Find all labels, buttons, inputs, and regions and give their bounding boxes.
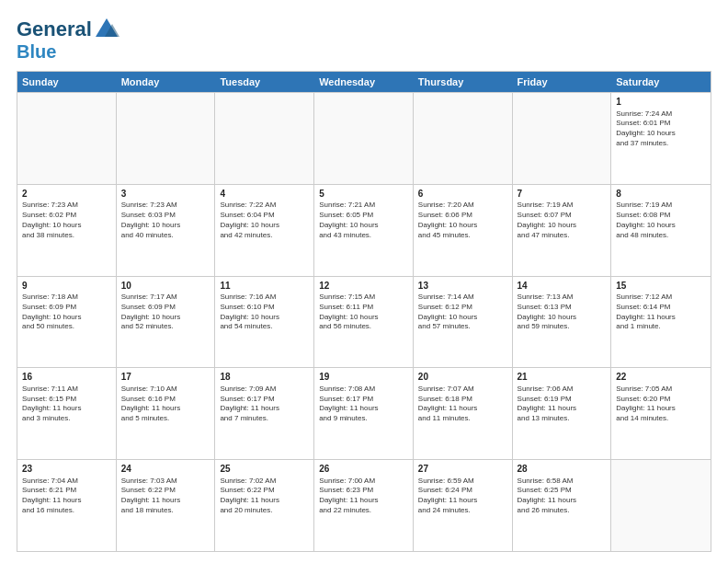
day-info: Sunrise: 7:19 AM Sunset: 6:08 PM Dayligh… (616, 201, 706, 240)
day-number: 19 (319, 371, 408, 384)
day-cell-17: 17Sunrise: 7:10 AM Sunset: 6:16 PM Dayli… (117, 368, 216, 459)
day-cell-11: 11Sunrise: 7:16 AM Sunset: 6:10 PM Dayli… (215, 277, 314, 368)
empty-cell (611, 460, 711, 551)
day-cell-28: 28Sunrise: 6:58 AM Sunset: 6:25 PM Dayli… (513, 460, 612, 551)
day-info: Sunrise: 7:11 AM Sunset: 6:15 PM Dayligh… (22, 385, 111, 424)
day-cell-21: 21Sunrise: 7:06 AM Sunset: 6:19 PM Dayli… (513, 368, 612, 459)
day-info: Sunrise: 7:22 AM Sunset: 6:04 PM Dayligh… (220, 201, 309, 240)
day-info: Sunrise: 7:10 AM Sunset: 6:16 PM Dayligh… (121, 385, 210, 424)
empty-cell (513, 93, 612, 184)
day-info: Sunrise: 7:09 AM Sunset: 6:17 PM Dayligh… (220, 385, 309, 424)
day-cell-25: 25Sunrise: 7:02 AM Sunset: 6:22 PM Dayli… (215, 460, 314, 551)
weekday-header-friday: Friday (513, 72, 612, 92)
weekday-header-saturday: Saturday (611, 72, 711, 92)
calendar-row-2: 2Sunrise: 7:23 AM Sunset: 6:02 PM Daylig… (17, 184, 711, 276)
day-info: Sunrise: 7:06 AM Sunset: 6:19 PM Dayligh… (518, 385, 607, 424)
empty-cell (414, 93, 513, 184)
empty-cell (17, 93, 117, 184)
day-number: 13 (418, 280, 507, 293)
day-cell-4: 4Sunrise: 7:22 AM Sunset: 6:04 PM Daylig… (215, 185, 314, 276)
day-info: Sunrise: 7:02 AM Sunset: 6:22 PM Dayligh… (220, 477, 309, 516)
day-number: 15 (616, 280, 706, 293)
day-number: 16 (22, 371, 111, 384)
day-number: 4 (220, 188, 309, 201)
logo-text: General (17, 19, 92, 40)
calendar: SundayMondayTuesdayWednesdayThursdayFrid… (17, 71, 711, 552)
day-cell-9: 9Sunrise: 7:18 AM Sunset: 6:09 PM Daylig… (17, 277, 117, 368)
day-number: 7 (518, 188, 607, 201)
day-info: Sunrise: 7:13 AM Sunset: 6:13 PM Dayligh… (518, 293, 607, 332)
day-number: 5 (319, 188, 408, 201)
day-cell-5: 5Sunrise: 7:21 AM Sunset: 6:05 PM Daylig… (314, 185, 414, 276)
day-info: Sunrise: 7:07 AM Sunset: 6:18 PM Dayligh… (418, 385, 507, 424)
day-number: 3 (121, 188, 210, 201)
day-number: 1 (616, 96, 706, 109)
weekday-header-monday: Monday (117, 72, 216, 92)
empty-cell (117, 93, 216, 184)
day-number: 12 (319, 280, 408, 293)
logo-blue: Blue (17, 41, 56, 62)
day-info: Sunrise: 7:03 AM Sunset: 6:22 PM Dayligh… (121, 477, 210, 516)
day-cell-8: 8Sunrise: 7:19 AM Sunset: 6:08 PM Daylig… (611, 185, 711, 276)
day-info: Sunrise: 6:59 AM Sunset: 6:24 PM Dayligh… (418, 477, 507, 516)
day-number: 24 (121, 463, 210, 476)
day-cell-24: 24Sunrise: 7:03 AM Sunset: 6:22 PM Dayli… (117, 460, 216, 551)
calendar-row-3: 9Sunrise: 7:18 AM Sunset: 6:09 PM Daylig… (17, 276, 711, 368)
day-cell-27: 27Sunrise: 6:59 AM Sunset: 6:24 PM Dayli… (414, 460, 513, 551)
day-cell-10: 10Sunrise: 7:17 AM Sunset: 6:09 PM Dayli… (117, 277, 216, 368)
weekday-header-sunday: Sunday (17, 72, 117, 92)
day-info: Sunrise: 7:14 AM Sunset: 6:12 PM Dayligh… (418, 293, 507, 332)
day-cell-15: 15Sunrise: 7:12 AM Sunset: 6:14 PM Dayli… (611, 277, 711, 368)
weekday-header-tuesday: Tuesday (215, 72, 314, 92)
day-info: Sunrise: 7:17 AM Sunset: 6:09 PM Dayligh… (121, 293, 210, 332)
day-cell-19: 19Sunrise: 7:08 AM Sunset: 6:17 PM Dayli… (314, 368, 414, 459)
empty-cell (215, 93, 314, 184)
calendar-header: SundayMondayTuesdayWednesdayThursdayFrid… (17, 72, 711, 92)
day-cell-6: 6Sunrise: 7:20 AM Sunset: 6:06 PM Daylig… (414, 185, 513, 276)
day-info: Sunrise: 7:00 AM Sunset: 6:23 PM Dayligh… (319, 477, 408, 516)
day-cell-7: 7Sunrise: 7:19 AM Sunset: 6:07 PM Daylig… (513, 185, 612, 276)
day-number: 18 (220, 371, 309, 384)
day-info: Sunrise: 7:20 AM Sunset: 6:06 PM Dayligh… (418, 201, 507, 240)
day-cell-13: 13Sunrise: 7:14 AM Sunset: 6:12 PM Dayli… (414, 277, 513, 368)
weekday-header-thursday: Thursday (414, 72, 513, 92)
day-cell-20: 20Sunrise: 7:07 AM Sunset: 6:18 PM Dayli… (414, 368, 513, 459)
day-number: 17 (121, 371, 210, 384)
calendar-body: 1Sunrise: 7:24 AM Sunset: 6:01 PM Daylig… (17, 92, 711, 551)
day-info: Sunrise: 7:08 AM Sunset: 6:17 PM Dayligh… (319, 385, 408, 424)
day-cell-22: 22Sunrise: 7:05 AM Sunset: 6:20 PM Dayli… (611, 368, 711, 459)
day-cell-12: 12Sunrise: 7:15 AM Sunset: 6:11 PM Dayli… (314, 277, 414, 368)
day-number: 11 (220, 280, 309, 293)
day-info: Sunrise: 7:05 AM Sunset: 6:20 PM Dayligh… (616, 385, 706, 424)
day-number: 23 (22, 463, 111, 476)
day-number: 28 (518, 463, 607, 476)
calendar-row-1: 1Sunrise: 7:24 AM Sunset: 6:01 PM Daylig… (17, 92, 711, 184)
calendar-row-4: 16Sunrise: 7:11 AM Sunset: 6:15 PM Dayli… (17, 367, 711, 459)
day-info: Sunrise: 7:24 AM Sunset: 6:01 PM Dayligh… (616, 109, 706, 149)
day-number: 26 (319, 463, 408, 476)
logo: General Blue (17, 17, 119, 62)
day-info: Sunrise: 7:18 AM Sunset: 6:09 PM Dayligh… (22, 293, 111, 332)
day-info: Sunrise: 7:23 AM Sunset: 6:02 PM Dayligh… (22, 201, 111, 240)
day-number: 25 (220, 463, 309, 476)
day-cell-23: 23Sunrise: 7:04 AM Sunset: 6:21 PM Dayli… (17, 460, 117, 551)
day-info: Sunrise: 7:23 AM Sunset: 6:03 PM Dayligh… (121, 201, 210, 240)
day-number: 22 (616, 371, 706, 384)
day-info: Sunrise: 7:16 AM Sunset: 6:10 PM Dayligh… (220, 293, 309, 332)
day-cell-16: 16Sunrise: 7:11 AM Sunset: 6:15 PM Dayli… (17, 368, 117, 459)
logo-icon (94, 17, 119, 42)
day-number: 27 (418, 463, 507, 476)
day-cell-18: 18Sunrise: 7:09 AM Sunset: 6:17 PM Dayli… (215, 368, 314, 459)
day-number: 20 (418, 371, 507, 384)
day-number: 6 (418, 188, 507, 201)
day-number: 8 (616, 188, 706, 201)
day-number: 9 (22, 280, 111, 293)
day-info: Sunrise: 7:15 AM Sunset: 6:11 PM Dayligh… (319, 293, 408, 332)
weekday-header-wednesday: Wednesday (314, 72, 414, 92)
day-info: Sunrise: 7:19 AM Sunset: 6:07 PM Dayligh… (518, 201, 607, 240)
empty-cell (314, 93, 414, 184)
day-number: 21 (518, 371, 607, 384)
day-info: Sunrise: 6:58 AM Sunset: 6:25 PM Dayligh… (518, 477, 607, 516)
day-number: 14 (518, 280, 607, 293)
day-cell-26: 26Sunrise: 7:00 AM Sunset: 6:23 PM Dayli… (314, 460, 414, 551)
